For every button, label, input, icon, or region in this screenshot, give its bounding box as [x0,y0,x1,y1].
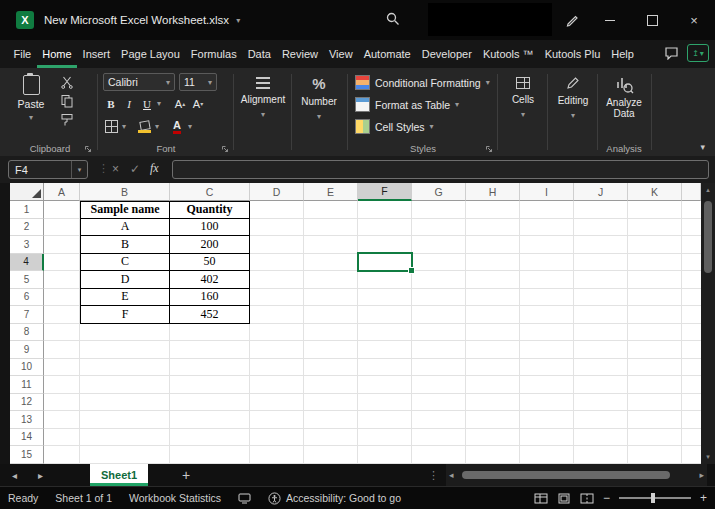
cell-I11[interactable] [520,376,574,394]
cell-J5[interactable] [574,271,628,289]
cell-G3[interactable] [412,236,466,254]
cell-I8[interactable] [520,324,574,342]
fill-color-button[interactable] [136,118,152,135]
cell-E9[interactable] [304,341,358,359]
cell-A1[interactable] [44,201,80,219]
cell-C11[interactable] [170,376,250,394]
cell-J9[interactable] [574,341,628,359]
cell-J11[interactable] [574,376,628,394]
cell-E12[interactable] [304,394,358,412]
cell-K10[interactable] [628,359,682,377]
borders-chevron-icon[interactable]: ▾ [122,122,126,131]
cell-G9[interactable] [412,341,466,359]
cell-F3[interactable] [358,236,412,254]
italic-button[interactable]: I [121,95,137,112]
page-break-view-icon[interactable] [580,493,594,504]
cell-D9[interactable] [250,341,304,359]
cell-E8[interactable] [304,324,358,342]
cell-D15[interactable] [250,446,304,464]
row-header-11[interactable]: 11 [10,376,44,394]
accessibility-status[interactable]: Accessibility: Good to go [286,492,401,504]
row-header-3[interactable]: 3 [10,236,44,254]
cell-H6[interactable] [466,289,520,307]
cell-K13[interactable] [628,411,682,429]
cell-A5[interactable] [44,271,80,289]
ribbon-collapse-chevron-icon[interactable]: ▾ [700,142,705,152]
cell-A15[interactable] [44,446,80,464]
cell-K6[interactable] [628,289,682,307]
tab-view[interactable]: View [323,40,358,68]
column-header-I[interactable]: I [520,183,574,201]
confirm-entry-icon[interactable]: ✓ [130,162,140,176]
maximize-button[interactable] [631,0,673,40]
cut-icon[interactable] [60,75,74,89]
cell-K11[interactable] [628,376,682,394]
cell-F10[interactable] [358,359,412,377]
number-group-button[interactable]: % Number ▾ [293,68,345,156]
comments-icon[interactable] [664,46,679,60]
cell-D4[interactable] [250,254,304,272]
cell-I10[interactable] [520,359,574,377]
cell-H11[interactable] [466,376,520,394]
cell-I1[interactable] [520,201,574,219]
cell-H4[interactable] [466,254,520,272]
cell-A9[interactable] [44,341,80,359]
tab-review[interactable]: Review [276,40,323,68]
column-header-H[interactable]: H [466,183,520,201]
cell-H14[interactable] [466,429,520,447]
row-header-15[interactable]: 15 [10,446,44,464]
cell-F11[interactable] [358,376,412,394]
cell-B11[interactable] [80,376,170,394]
cell-B4[interactable]: C [80,254,170,272]
cell-E6[interactable] [304,289,358,307]
cell-K4[interactable] [628,254,682,272]
cell-E5[interactable] [304,271,358,289]
row-header-13[interactable]: 13 [10,411,44,429]
vertical-scrollbar[interactable]: ▴ ▾ [701,183,715,464]
cell-C3[interactable]: 200 [170,236,250,254]
cell-I14[interactable] [520,429,574,447]
cell-H15[interactable] [466,446,520,464]
cell-D2[interactable] [250,219,304,237]
zoom-slider[interactable] [619,497,691,499]
cell-F12[interactable] [358,394,412,412]
name-box[interactable]: F4 ▾ [8,160,88,179]
cell-H3[interactable] [466,236,520,254]
column-header-J[interactable]: J [574,183,628,201]
cell-G15[interactable] [412,446,466,464]
cell-I6[interactable] [520,289,574,307]
copy-icon[interactable] [60,94,74,108]
underline-button[interactable]: U [139,95,155,112]
cell-A3[interactable] [44,236,80,254]
row-header-7[interactable]: 7 [10,306,44,324]
close-button[interactable]: × [673,0,715,40]
sheet-bar-overflow-icon[interactable]: ⋮ [428,464,439,486]
cell-A14[interactable] [44,429,80,447]
cell-B8[interactable] [80,324,170,342]
cell-A12[interactable] [44,394,80,412]
horizontal-scrollbar-thumb[interactable] [462,471,670,479]
cell-C15[interactable] [170,446,250,464]
cell-E1[interactable] [304,201,358,219]
cell-K2[interactable] [628,219,682,237]
tab-insert[interactable]: Insert [77,40,116,68]
column-header-G[interactable]: G [412,183,466,201]
tab-file[interactable]: File [8,40,37,68]
alignment-group-button[interactable]: Alignment ▾ [237,68,289,156]
fill-color-chevron-icon[interactable]: ▾ [155,122,159,131]
cell-F6[interactable] [358,289,412,307]
cell-A7[interactable] [44,306,80,324]
cell-H12[interactable] [466,394,520,412]
format-painter-icon[interactable] [60,113,74,127]
column-header-C[interactable]: C [170,183,250,201]
cell-G7[interactable] [412,306,466,324]
row-header-4[interactable]: 4 [10,254,44,272]
cell-K14[interactable] [628,429,682,447]
cell-B13[interactable] [80,411,170,429]
cell-H1[interactable] [466,201,520,219]
column-header-B[interactable]: B [80,183,170,201]
cell-E3[interactable] [304,236,358,254]
cell-B3[interactable]: B [80,236,170,254]
status-sheet-count[interactable]: Sheet 1 of 1 [55,492,112,504]
conditional-formatting-button[interactable]: Conditional Formatting ▾ [355,75,490,90]
